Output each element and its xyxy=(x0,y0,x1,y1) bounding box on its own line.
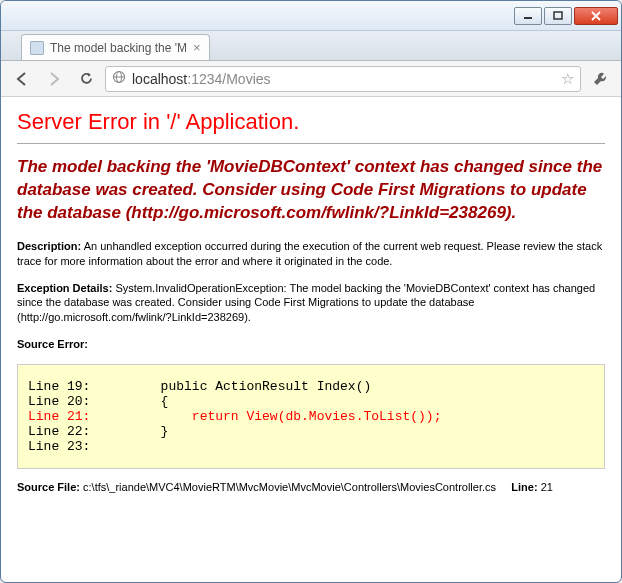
browser-toolbar: localhost:1234/Movies ☆ xyxy=(1,61,621,97)
tab-strip: The model backing the 'M × xyxy=(1,31,621,61)
source-error-box: Line 19: public ActionResult Index()Line… xyxy=(17,364,605,469)
forward-button[interactable] xyxy=(41,66,67,92)
src-line-19: Line 19: public ActionResult Index() xyxy=(28,379,594,394)
url-host: localhost xyxy=(132,71,187,87)
globe-icon xyxy=(112,70,126,87)
maximize-button[interactable] xyxy=(544,7,572,25)
description-text: An unhandled exception occurred during t… xyxy=(17,240,602,267)
browser-window: The model backing the 'M × localhost:123… xyxy=(0,0,622,583)
source-file-label: Source File: xyxy=(17,481,80,493)
source-file-line: Source File: c:\tfs\_riande\MVC4\MovieRT… xyxy=(17,481,605,493)
description-label: Description: xyxy=(17,240,81,252)
close-button[interactable] xyxy=(574,7,618,25)
error-title: Server Error in '/' Application. xyxy=(17,109,605,135)
source-error-label: Source Error: xyxy=(17,338,88,350)
tab-title: The model backing the 'M xyxy=(50,41,187,55)
page-content: Server Error in '/' Application. The mod… xyxy=(1,97,621,582)
address-bar[interactable]: localhost:1234/Movies ☆ xyxy=(105,66,581,92)
src-line-21: Line 21: return View(db.Movies.ToList())… xyxy=(28,409,594,424)
src-line-23: Line 23: xyxy=(28,439,594,454)
reload-button[interactable] xyxy=(73,66,99,92)
error-description: Description: An unhandled exception occu… xyxy=(17,239,605,269)
source-file-path: c:\tfs\_riande\MVC4\MovieRTM\MvcMovie\Mv… xyxy=(80,481,496,493)
line-number: 21 xyxy=(538,481,553,493)
src-line-20: Line 20: { xyxy=(28,394,594,409)
tab-close-icon[interactable]: × xyxy=(193,40,201,55)
url-port: 1234 xyxy=(191,71,222,87)
browser-tab[interactable]: The model backing the 'M × xyxy=(21,34,210,60)
exception-details: Exception Details: System.InvalidOperati… xyxy=(17,281,605,326)
url-text: localhost:1234/Movies xyxy=(132,71,271,87)
url-path: /Movies xyxy=(222,71,270,87)
divider xyxy=(17,143,605,144)
error-message: The model backing the 'MovieDBContext' c… xyxy=(17,156,605,225)
src-line-22: Line 22: } xyxy=(28,424,594,439)
back-button[interactable] xyxy=(9,66,35,92)
menu-wrench-icon[interactable] xyxy=(587,66,613,92)
line-label: Line: xyxy=(511,481,537,493)
bookmark-star-icon[interactable]: ☆ xyxy=(561,70,574,88)
minimize-button[interactable] xyxy=(514,7,542,25)
details-label: Exception Details: xyxy=(17,282,112,294)
source-error-heading: Source Error: xyxy=(17,337,605,352)
svg-rect-1 xyxy=(554,12,562,19)
window-titlebar xyxy=(1,1,621,31)
page-favicon-icon xyxy=(30,41,44,55)
